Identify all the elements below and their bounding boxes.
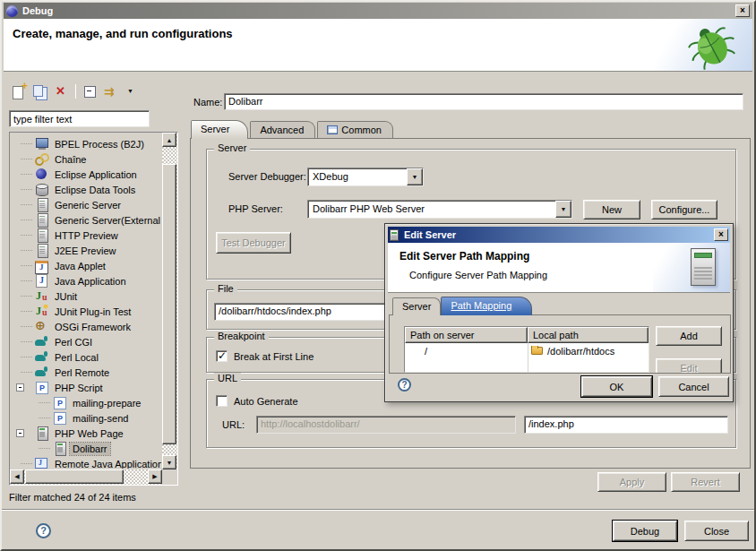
configurations-tree: BPEL Process (B2J)ChaîneEclipse Applicat… <box>9 132 178 486</box>
filter-icon[interactable] <box>104 84 119 99</box>
close-window-icon[interactable] <box>735 4 750 17</box>
toolbar-separator <box>75 84 76 99</box>
apply-button: Apply <box>597 472 666 492</box>
type-filter-input[interactable] <box>9 110 150 127</box>
php-icon <box>35 381 49 394</box>
tree-item-junit[interactable]: JUnit <box>11 288 161 304</box>
ok-button[interactable]: OK <box>581 376 652 397</box>
tree-item-perl-remote[interactable]: Perl Remote <box>11 365 161 380</box>
config-tabs: Server Advanced Common <box>191 120 395 139</box>
tree-item-dolibarr[interactable]: Dolibarr <box>11 441 161 456</box>
footer-separator <box>2 509 754 511</box>
edit-server-titlebar[interactable]: Edit Server <box>388 227 730 243</box>
tab-advanced[interactable]: Advanced <box>250 121 315 139</box>
tree-item-perl-local[interactable]: Perl Local <box>11 349 161 365</box>
camel-icon <box>35 366 49 379</box>
column-local-path[interactable]: Local path <box>528 327 649 343</box>
add-mapping-button[interactable]: Add <box>656 326 722 346</box>
cancel-button[interactable]: Cancel <box>658 376 729 397</box>
scroll-down-icon[interactable]: ▼ <box>162 455 176 469</box>
remote-java-icon <box>35 457 49 469</box>
tree-item-mailing-prepare[interactable]: mailing-prepare <box>11 395 161 410</box>
name-label: Name: <box>193 97 222 108</box>
close-button[interactable]: Close <box>684 521 749 541</box>
tree-item-java-application[interactable]: Java Application <box>11 273 161 288</box>
local-path-cell: /dolibarr/htdocs <box>528 346 649 357</box>
debug-button[interactable]: Debug <box>613 521 677 541</box>
scroll-right-icon[interactable]: ▶ <box>148 469 162 484</box>
horizontal-scroll-thumb[interactable] <box>25 469 124 484</box>
tab-common[interactable]: Common <box>317 121 393 139</box>
table-header: Path on server Local path <box>405 327 649 343</box>
tab-path-mapping[interactable]: Path Mapping <box>441 297 532 315</box>
debug-configurations-window: Debug Create, manage, and run configurat… <box>0 0 756 551</box>
server-icon <box>35 213 49 227</box>
tree-item-java-applet[interactable]: Java Applet <box>11 258 161 273</box>
tree-item-generic-server-external-la[interactable]: Generic Server(External La <box>11 212 161 228</box>
camel-icon <box>35 335 49 349</box>
eclipse-icon <box>6 5 18 17</box>
path-mapping-rows: //dolibarr/htdocs <box>405 343 649 373</box>
collapse-all-icon[interactable] <box>82 84 98 99</box>
tree-item-bpel-process-b2j[interactable]: BPEL Process (B2J) <box>11 136 161 151</box>
tree-item-eclipse-data-tools[interactable]: Eclipse Data Tools <box>11 182 161 197</box>
config-toolbar <box>11 84 141 99</box>
tree-item-php-web-page[interactable]: PHP Web Page <box>11 426 161 441</box>
java-icon <box>35 274 49 288</box>
edit-server-title: Edit Server <box>404 229 714 240</box>
tree-horizontal-scrollbar[interactable]: ◀ ▶ <box>10 469 162 485</box>
database-icon <box>35 183 49 196</box>
header-banner: Create, manage, and run configurations <box>4 19 752 72</box>
edit-server-banner: Edit Server Path Mapping Configure Serve… <box>388 243 730 293</box>
tree-item-junit-plug-in-test[interactable]: JUnit Plug-in Test <box>11 304 161 319</box>
edit-mapping-button: Edit <box>656 358 722 374</box>
tree-item-mailing-send[interactable]: mailing-send <box>11 410 161 426</box>
tree-item-eclipse-application[interactable]: Eclipse Application <box>11 167 161 182</box>
tree-item-perl-cgi[interactable]: Perl CGI <box>11 334 161 349</box>
scroll-up-icon[interactable]: ▲ <box>162 133 176 147</box>
duplicate-config-icon[interactable] <box>32 84 47 99</box>
collapse-toggle-icon[interactable] <box>16 429 24 437</box>
name-input[interactable]: Dolibarr <box>224 93 743 110</box>
server-icon <box>35 198 49 211</box>
edit-server-subheading: Configure Server Path Mapping <box>409 270 547 280</box>
column-divider <box>528 343 528 373</box>
column-path-on-server[interactable]: Path on server <box>405 327 528 343</box>
tab-server[interactable]: Server <box>191 120 248 139</box>
filter-menu-dropdown-icon[interactable] <box>125 84 141 99</box>
tree-item-php-script[interactable]: PHP Script <box>11 380 161 395</box>
tab-server-settings[interactable]: Server <box>392 297 441 315</box>
tree-item-j2ee-preview[interactable]: J2EE Preview <box>11 243 161 258</box>
page-title: Create, manage, and run configurations <box>13 27 233 40</box>
window-titlebar[interactable]: Debug <box>4 3 752 19</box>
dialog-help-icon[interactable] <box>398 378 411 392</box>
server-icon <box>35 244 49 257</box>
php-icon <box>53 411 67 425</box>
tree-item-generic-server[interactable]: Generic Server <box>11 197 161 212</box>
junit-icon <box>35 289 49 303</box>
server-icon <box>35 228 49 242</box>
tree-item-http-preview[interactable]: HTTP Preview <box>11 228 161 243</box>
new-config-icon[interactable] <box>11 84 26 99</box>
window-title: Debug <box>22 5 735 16</box>
applet-icon <box>35 259 49 272</box>
server-icon <box>390 229 399 241</box>
revert-button: Revert <box>671 472 740 492</box>
table-icon <box>327 125 338 134</box>
scroll-left-icon[interactable]: ◀ <box>10 469 24 484</box>
eclipse-sphere-icon <box>35 168 49 181</box>
path-mapping-row[interactable]: //dolibarr/htdocs <box>405 343 649 358</box>
close-dialog-icon[interactable] <box>714 228 728 241</box>
delete-config-icon[interactable] <box>54 84 69 99</box>
tree-item-remote-java-application[interactable]: Remote Java Application <box>11 456 161 469</box>
tree-item-osgi-framework[interactable]: OSGi Framework <box>11 319 161 334</box>
tree-vertical-scrollbar[interactable]: ▲ ▼ <box>162 133 177 469</box>
server-tower-icon <box>691 248 716 286</box>
collapse-toggle-icon[interactable] <box>16 383 24 392</box>
edit-server-heading: Edit Server Path Mapping <box>399 250 529 263</box>
vertical-scroll-thumb[interactable] <box>162 164 176 444</box>
filter-status-text: Filter matched 24 of 24 items <box>9 492 136 503</box>
server-path-cell: / <box>405 346 528 357</box>
tree-item-cha-ne[interactable]: Chaîne <box>11 151 161 167</box>
help-icon[interactable] <box>36 523 51 538</box>
